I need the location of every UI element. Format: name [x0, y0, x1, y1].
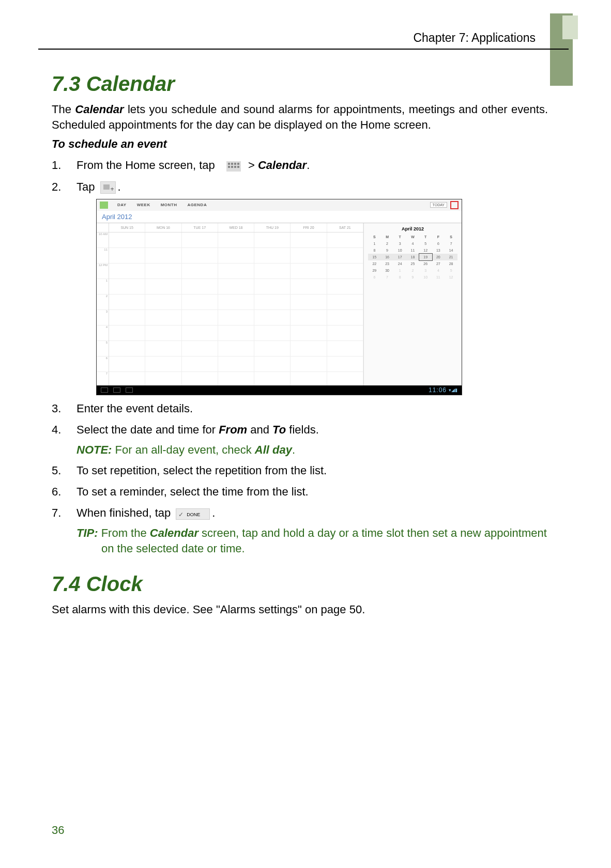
status-clock: 11:06	[429, 386, 447, 394]
note-all-day: NOTE: For an all-day event, check All da…	[77, 442, 548, 458]
tab-week[interactable]: WEEK	[137, 203, 150, 207]
tab-day[interactable]: DAY	[117, 203, 127, 207]
header-rule	[38, 49, 569, 50]
intro-post: lets you schedule and sound alarms for a…	[52, 103, 548, 131]
step-4: 4. Select the date and time for From and…	[52, 421, 548, 439]
hour-label: 4	[97, 326, 109, 341]
tip-app: Calendar	[150, 526, 198, 539]
hour-label: 11	[97, 248, 109, 264]
home-icon[interactable]	[113, 388, 120, 393]
day-header[interactable]: FRI 20	[291, 223, 327, 232]
back-icon[interactable]	[101, 388, 108, 393]
hour-label: 6	[97, 357, 109, 372]
week-view: SUN 15 MON 16 TUE 17 WED 18 THU 19 FRI 2…	[97, 223, 363, 388]
day-header[interactable]: SUN 15	[109, 223, 145, 232]
add-event-icon	[100, 181, 116, 194]
android-nav-bar: 11:06 ▾◢▮	[97, 385, 462, 395]
step-2: 2. Tap .	[52, 178, 548, 196]
day-header[interactable]: WED 18	[218, 223, 254, 232]
today-button[interactable]: TODAY	[430, 202, 447, 208]
chapter-header: Chapter 7: Applications	[413, 31, 536, 45]
note-body-end: .	[292, 443, 295, 456]
hour-label: 10 AM	[97, 233, 109, 248]
step2-pre: Tap	[77, 180, 98, 193]
step-1: 1. From the Home screen, tap > Calendar.	[52, 156, 548, 174]
page-number: 36	[52, 824, 64, 837]
day-header[interactable]: MON 16	[145, 223, 181, 232]
to-schedule-subheading: To schedule an event	[52, 137, 548, 151]
hour-label: 1	[97, 279, 109, 295]
step1-mid: >	[248, 159, 258, 172]
corner-accent-light	[562, 16, 578, 39]
tip-label: TIP:	[77, 526, 98, 539]
apps-grid-icon	[226, 161, 241, 172]
note-body-pre: For an all-day event, check	[112, 443, 254, 456]
step-7: 7. When finished, tap DONE.	[52, 504, 548, 522]
note-body-bold: All day	[255, 443, 292, 456]
add-event-button[interactable]	[450, 201, 459, 209]
tip-pre: From the	[98, 526, 150, 539]
tab-agenda[interactable]: AGENDA	[187, 203, 207, 207]
tab-month[interactable]: MONTH	[161, 203, 177, 207]
calendar-app-icon[interactable]	[100, 202, 108, 209]
section-7-4-body: Set alarms with this device. See "Alarms…	[52, 602, 548, 617]
hour-label: 5	[97, 341, 109, 357]
mini-month: April 2012 SMTWTFS 1234567 891011121314 …	[363, 223, 462, 388]
step1-end: .	[307, 159, 310, 172]
section-7-3-heading: 7.3 Calendar	[52, 72, 548, 96]
done-button-icon: DONE	[176, 508, 210, 520]
page-ref-50: 50	[349, 603, 362, 616]
section-7-4-heading: 7.4 Clock	[52, 572, 548, 596]
day-header[interactable]: SAT 21	[327, 223, 363, 232]
calendar-toolbar: DAY WEEK MONTH AGENDA TODAY	[97, 199, 462, 211]
step-3: 3.Enter the event details.	[52, 399, 548, 417]
step1-pre: From the Home screen, tap	[77, 159, 218, 172]
section-7-3-intro: The Calendar lets you schedule and sound…	[52, 102, 548, 132]
calendar-screenshot: DAY WEEK MONTH AGENDA TODAY April 2012 S…	[96, 199, 462, 395]
status-signal-icon: ▾◢▮	[449, 388, 457, 393]
clock-body-end: .	[362, 603, 365, 616]
intro-pre: The	[52, 103, 75, 116]
hour-label: 3	[97, 310, 109, 326]
step2-end: .	[118, 180, 121, 193]
day-header[interactable]: TUE 17	[182, 223, 218, 232]
intro-appname: Calendar	[75, 103, 124, 116]
recent-icon[interactable]	[126, 388, 133, 393]
hour-label: 12 PM	[97, 264, 109, 279]
month-label: April 2012	[97, 211, 462, 223]
hour-label: 2	[97, 295, 109, 310]
day-header[interactable]: THU 19	[254, 223, 291, 232]
step1-app: Calendar	[258, 159, 307, 172]
step-5: 5.To set repetition, select the repetiti…	[52, 461, 548, 479]
mini-month-title: April 2012	[368, 226, 457, 231]
tip-calendar: TIP: From the Calendar screen, tap and h…	[77, 525, 548, 557]
clock-body-pre: Set alarms with this device. See "Alarms…	[52, 603, 349, 616]
note-label: NOTE:	[77, 443, 112, 456]
step-6: 6.To set a reminder, select the time fro…	[52, 483, 548, 501]
